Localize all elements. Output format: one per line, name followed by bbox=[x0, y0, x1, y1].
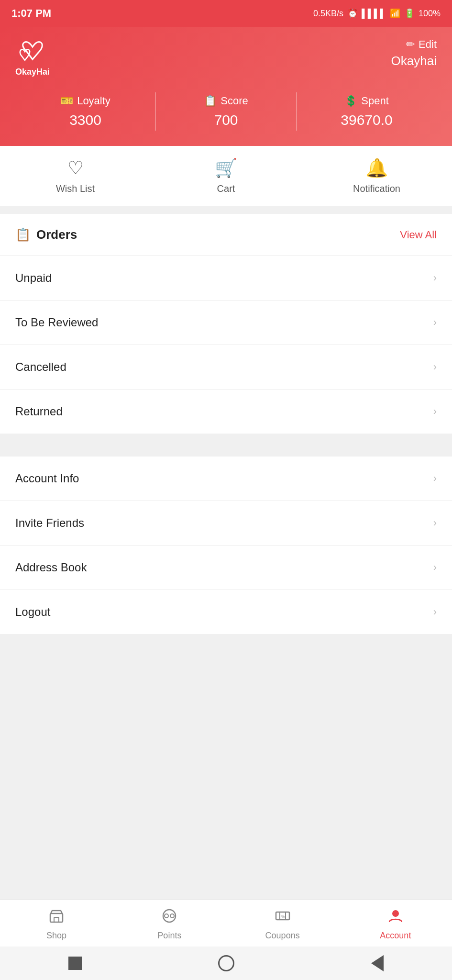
status-icons: 0.5KB/s ⏰ ▌▌▌▌ 📶 🔋 100% bbox=[313, 8, 441, 19]
signal-icon: ▌▌▌▌ bbox=[362, 9, 386, 19]
nav-points[interactable]: Points bbox=[113, 908, 226, 941]
cart-label: Cart bbox=[217, 183, 235, 194]
order-item-cancelled[interactable]: Cancelled › bbox=[0, 345, 452, 390]
bottom-navigation: Shop Points % Coupons bbox=[0, 900, 452, 947]
account-info-item[interactable]: Account Info › bbox=[0, 457, 452, 501]
account-info-label: Account Info bbox=[15, 472, 79, 485]
orders-title-text: Orders bbox=[36, 227, 77, 242]
svg-point-9 bbox=[392, 910, 399, 917]
cancelled-label: Cancelled bbox=[15, 360, 66, 374]
cart-action[interactable]: 🛒 Cart bbox=[151, 157, 301, 194]
svg-text:%: % bbox=[281, 914, 285, 919]
bell-icon: 🔔 bbox=[365, 157, 388, 178]
shop-icon bbox=[48, 908, 65, 928]
order-item-unpaid[interactable]: Unpaid › bbox=[0, 256, 452, 301]
stats-row: 🎫 Loyalty 3300 📋 Score 700 💲 Spent 39670… bbox=[15, 92, 437, 131]
notification-action[interactable]: 🔔 Notification bbox=[301, 157, 452, 194]
svg-point-3 bbox=[165, 914, 168, 918]
battery-percent: 100% bbox=[419, 9, 441, 19]
score-stat: 📋 Score 700 bbox=[156, 95, 296, 128]
orders-icon: 📋 bbox=[15, 227, 31, 242]
loyalty-value: 3300 bbox=[69, 112, 101, 128]
loyalty-stat: 🎫 Loyalty 3300 bbox=[15, 95, 155, 128]
coupons-label: Coupons bbox=[265, 931, 300, 941]
logo-area: OkayHai bbox=[15, 38, 50, 77]
order-item-to-be-reviewed[interactable]: To Be Reviewed › bbox=[0, 301, 452, 345]
alarm-icon: ⏰ bbox=[347, 8, 358, 19]
svg-point-4 bbox=[170, 914, 174, 918]
to-be-reviewed-label: To Be Reviewed bbox=[15, 316, 98, 329]
nav-shop[interactable]: Shop bbox=[0, 908, 113, 941]
spent-value: 39670.0 bbox=[341, 112, 392, 128]
chevron-right-icon: › bbox=[433, 405, 437, 418]
network-speed: 0.5KB/s bbox=[313, 9, 343, 19]
account-label: Account bbox=[380, 931, 411, 941]
edit-label: Edit bbox=[419, 38, 437, 51]
invite-friends-label: Invite Friends bbox=[15, 516, 84, 530]
quick-actions: ♡ Wish List 🛒 Cart 🔔 Notification bbox=[0, 146, 452, 206]
orders-title: 📋 Orders bbox=[15, 227, 77, 242]
orders-header: 📋 Orders View All bbox=[0, 214, 452, 256]
points-label: Points bbox=[157, 931, 181, 941]
edit-icon: ✏ bbox=[406, 38, 415, 51]
profile-header: OkayHai ✏ Edit Okayhai 🎫 Loyalty 3300 📋 … bbox=[0, 27, 452, 146]
wishlist-label: Wish List bbox=[56, 183, 95, 194]
score-value: 700 bbox=[214, 112, 238, 128]
view-all-button[interactable]: View All bbox=[400, 229, 437, 241]
cart-icon: 🛒 bbox=[215, 157, 237, 178]
recent-apps-button[interactable] bbox=[68, 957, 82, 970]
returned-label: Returned bbox=[15, 405, 63, 418]
battery-icon: 🔋 bbox=[404, 8, 415, 19]
address-book-label: Address Book bbox=[15, 561, 87, 574]
app-name: OkayHai bbox=[15, 67, 50, 77]
chevron-right-icon: › bbox=[433, 361, 437, 373]
chevron-right-icon: › bbox=[433, 517, 437, 529]
edit-area: ✏ Edit Okayhai bbox=[391, 38, 437, 68]
invite-friends-item[interactable]: Invite Friends › bbox=[0, 501, 452, 546]
main-content: 📋 Orders View All Unpaid › To Be Reviewe… bbox=[0, 206, 452, 900]
spent-icon: 💲 bbox=[344, 95, 357, 107]
unpaid-label: Unpaid bbox=[15, 271, 52, 285]
logout-label: Logout bbox=[15, 605, 50, 619]
score-label: Score bbox=[220, 95, 248, 107]
address-book-item[interactable]: Address Book › bbox=[0, 546, 452, 590]
gap bbox=[0, 441, 452, 449]
chevron-right-icon: › bbox=[433, 316, 437, 329]
order-item-returned[interactable]: Returned › bbox=[0, 390, 452, 434]
nav-account[interactable]: Account bbox=[339, 908, 452, 941]
back-button[interactable] bbox=[371, 955, 384, 971]
app-logo-icon bbox=[17, 38, 48, 65]
orders-section: 📋 Orders View All Unpaid › To Be Reviewe… bbox=[0, 214, 452, 434]
account-icon bbox=[387, 908, 404, 928]
system-navigation bbox=[0, 947, 452, 980]
loyalty-icon: 🎫 bbox=[60, 95, 73, 107]
status-bar: 1:07 PM 0.5KB/s ⏰ ▌▌▌▌ 📶 🔋 100% bbox=[0, 0, 452, 27]
account-menu-section: Account Info › Invite Friends › Address … bbox=[0, 457, 452, 634]
status-time: 1:07 PM bbox=[11, 7, 51, 20]
shop-label: Shop bbox=[46, 931, 66, 941]
spent-label: Spent bbox=[361, 95, 389, 107]
edit-button[interactable]: ✏ Edit bbox=[406, 38, 437, 51]
loyalty-label: Loyalty bbox=[77, 95, 110, 107]
wishlist-action[interactable]: ♡ Wish List bbox=[0, 157, 151, 194]
logout-item[interactable]: Logout › bbox=[0, 590, 452, 634]
chevron-right-icon: › bbox=[433, 272, 437, 284]
chevron-right-icon: › bbox=[433, 606, 437, 618]
points-icon bbox=[161, 908, 177, 928]
heart-icon: ♡ bbox=[67, 157, 84, 178]
spent-stat: 💲 Spent 39670.0 bbox=[297, 95, 437, 128]
home-button[interactable] bbox=[218, 955, 234, 971]
wifi-icon: 📶 bbox=[390, 8, 400, 19]
score-icon: 📋 bbox=[204, 95, 217, 107]
chevron-right-icon: › bbox=[433, 561, 437, 574]
chevron-right-icon: › bbox=[433, 472, 437, 485]
notification-label: Notification bbox=[353, 183, 400, 194]
coupons-icon: % bbox=[275, 908, 291, 928]
nav-coupons[interactable]: % Coupons bbox=[226, 908, 339, 941]
svg-rect-1 bbox=[54, 917, 59, 922]
username: Okayhai bbox=[391, 54, 437, 68]
